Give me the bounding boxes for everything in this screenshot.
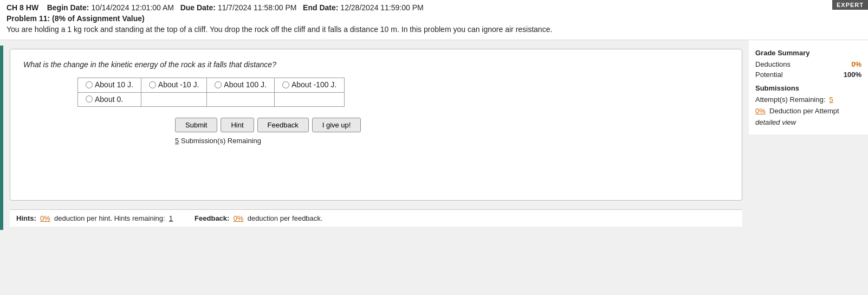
attempts-label: Attempt(s) Remaining: — [755, 95, 825, 104]
question-text: What is the change in the kinetic energy… — [23, 60, 729, 69]
grade-attempts-section: Attempt(s) Remaining: 5 0% Deduction per… — [755, 94, 861, 128]
detailed-view-link[interactable]: detailed view — [755, 118, 796, 126]
hints-label: Hints: — [16, 214, 36, 222]
option-radio-2[interactable] — [149, 81, 156, 88]
option-radio-4[interactable] — [282, 81, 289, 88]
option-cell-5[interactable]: About 0. — [78, 92, 141, 107]
page-wrapper: EXPERT CH 8 HW Begin Date: 10/14/2024 12… — [0, 0, 868, 230]
option-cell-empty-2 — [207, 92, 275, 107]
option-text-1: About 10 J. — [95, 80, 133, 89]
begin-value: 10/14/2024 12:01:00 AM — [91, 3, 174, 12]
hints-deduction-text: deduction per hint. Hints remaining: — [54, 214, 165, 222]
option-radio-1[interactable] — [86, 81, 93, 88]
potential-value: 100% — [844, 70, 861, 79]
feedback-label: Feedback: — [195, 214, 229, 222]
deductions-label: Deductions — [755, 60, 791, 68]
submissions-label: Submission(s) Remaining — [181, 137, 261, 145]
deduction-per-attempt-text: Deduction per Attempt — [769, 107, 839, 115]
hints-section: Hints: 0% deduction per hint. Hints rema… — [16, 214, 173, 222]
hw-label: CH 8 HW — [7, 3, 38, 12]
option-radio-5[interactable] — [86, 95, 93, 102]
deduction-per-attempt-value: 0% — [755, 107, 766, 115]
grade-potential-row: Potential 100% — [755, 70, 861, 79]
grade-summary-panel: Grade Summary Deductions 0% Potential 10… — [749, 40, 868, 134]
grade-summary-title: Grade Summary — [755, 49, 861, 57]
header-section: EXPERT CH 8 HW Begin Date: 10/14/2024 12… — [0, 0, 868, 40]
potential-label: Potential — [755, 70, 783, 79]
attempts-value: 5 — [830, 95, 833, 104]
option-label-1[interactable]: About 10 J. — [86, 80, 133, 89]
option-cell-4[interactable]: About -100 J. — [274, 78, 344, 93]
submissions-count: 5 — [175, 137, 179, 145]
option-cell-3[interactable]: About 100 J. — [207, 78, 275, 93]
expert-badge: EXPERT — [832, 0, 868, 10]
action-buttons: Submit Hint Feedback I give up! — [175, 118, 729, 132]
end-value: 12/28/2024 11:59:00 PM — [340, 3, 423, 12]
grade-submissions-title: Submissions — [755, 84, 861, 92]
hw-title-line: CH 8 HW Begin Date: 10/14/2024 12:01:00 … — [7, 3, 861, 12]
hints-remaining-value: 1 — [169, 214, 173, 222]
option-cell-1[interactable]: About 10 J. — [78, 78, 141, 93]
content-row: What is the change in the kinetic energy… — [0, 40, 868, 230]
submit-button[interactable]: Submit — [175, 118, 217, 132]
option-cell-2[interactable]: About -10 J. — [141, 78, 207, 93]
option-text-2: About -10 J. — [158, 80, 199, 89]
hints-deduction-value: 0% — [40, 214, 50, 222]
question-area: What is the change in the kinetic energy… — [10, 49, 742, 201]
problem-title: Problem 11: (8% of Assignment Value) — [7, 14, 861, 23]
begin-label: Begin Date: — [47, 3, 89, 12]
submissions-remaining: 5 Submission(s) Remaining — [175, 137, 729, 145]
feedback-deduction-text: deduction per feedback. — [248, 214, 323, 222]
option-label-5[interactable]: About 0. — [86, 95, 123, 104]
feedback-button[interactable]: Feedback — [257, 118, 309, 132]
hint-button[interactable]: Hint — [221, 118, 254, 132]
due-label: Due Date: — [180, 3, 216, 12]
option-label-3[interactable]: About 100 J. — [215, 80, 267, 89]
deductions-value: 0% — [851, 60, 861, 68]
give-up-button[interactable]: I give up! — [312, 118, 361, 132]
option-cell-empty-3 — [274, 92, 344, 107]
hints-feedback-bar: Hints: 0% deduction per hint. Hints rema… — [10, 209, 742, 227]
due-value: 11/7/2024 11:58:00 PM — [218, 3, 297, 12]
option-cell-empty-1 — [141, 92, 207, 107]
option-label-2[interactable]: About -10 J. — [149, 80, 199, 89]
end-label: End Date: — [303, 3, 338, 12]
option-text-4: About -100 J. — [292, 80, 336, 89]
problem-description: You are holding a 1 kg rock and standing… — [7, 24, 861, 35]
answer-options-table: About 10 J. About -10 J. — [77, 78, 345, 107]
feedback-section: Feedback: 0% deduction per feedback. — [195, 214, 322, 222]
option-text-5: About 0. — [95, 95, 123, 104]
option-text-3: About 100 J. — [224, 80, 267, 89]
option-label-4[interactable]: About -100 J. — [282, 80, 336, 89]
grade-deductions-row: Deductions 0% — [755, 60, 861, 68]
feedback-deduction-value: 0% — [234, 214, 244, 222]
option-radio-3[interactable] — [215, 81, 222, 88]
